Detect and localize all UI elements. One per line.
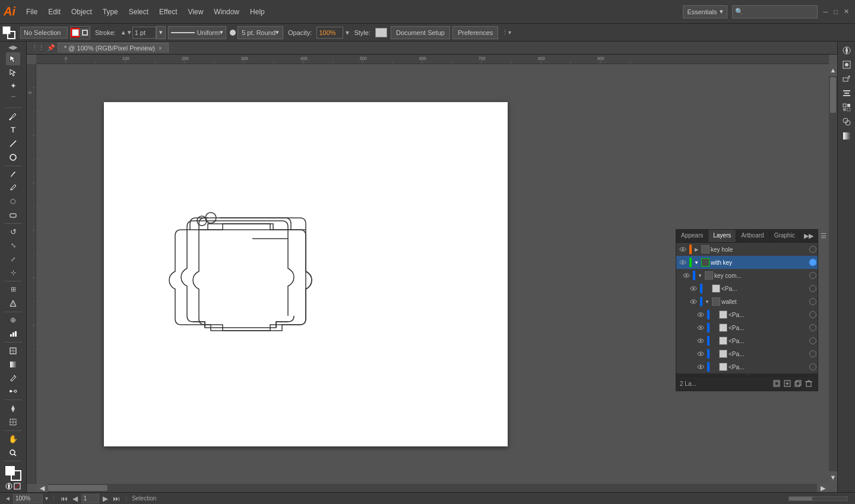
maximize-btn[interactable]: □ — [831, 8, 840, 15]
layer-row[interactable]: <Pa... — [676, 282, 818, 295]
tab-expand-icon[interactable]: ⋮⋮ — [31, 44, 45, 52]
scroll-down-btn[interactable]: ▼ — [829, 471, 837, 483]
visibility-toggle[interactable] — [681, 270, 692, 281]
scale-tool-btn[interactable]: ⤡ — [6, 239, 20, 252]
line-tool-btn[interactable] — [6, 137, 20, 150]
align-panel-icon[interactable] — [840, 87, 853, 100]
appears-tab[interactable]: Appears — [676, 230, 708, 242]
direct-selection-tool-btn[interactable] — [6, 66, 20, 79]
artboard-tab[interactable]: Artboard — [736, 230, 769, 242]
visibility-toggle[interactable] — [695, 335, 706, 346]
panel-more-btn[interactable]: ▶▶ — [800, 230, 817, 242]
menu-type[interactable]: Type — [98, 5, 123, 18]
gradient-panel-icon[interactable] — [840, 129, 853, 142]
eyedropper-tool-btn[interactable] — [6, 372, 20, 385]
layer-row[interactable]: ▶ key hole — [676, 243, 818, 256]
target-circle[interactable] — [809, 285, 816, 292]
delete-layer-btn[interactable] — [803, 378, 814, 389]
gradient-tool-btn[interactable] — [6, 358, 20, 371]
extra-dropdown[interactable]: ▾ — [508, 29, 511, 36]
expand-icon[interactable]: ▼ — [704, 298, 711, 305]
scroll-thumb-h[interactable] — [48, 485, 107, 491]
nav-next-btn[interactable]: ▶ — [102, 495, 109, 503]
layers-tab[interactable]: Layers — [708, 230, 736, 242]
none-mode-icon[interactable] — [14, 483, 21, 490]
horizontal-scrollbar[interactable]: ◀ ▶ — [36, 484, 829, 492]
layer-row[interactable]: <Pa... — [676, 334, 818, 347]
expand-icon[interactable]: ▶ — [693, 246, 700, 253]
nav-last-btn[interactable]: ⏭ — [112, 495, 121, 503]
color-mode-icon[interactable] — [5, 483, 12, 490]
warp-tool-btn[interactable]: ⤢ — [6, 252, 20, 265]
menu-window[interactable]: Window — [209, 5, 244, 18]
canvas-area[interactable]: ⋮⋮ 📌 * @ 100% (RGB/Pixel Preview) × 0 10… — [27, 42, 837, 492]
essentials-dropdown[interactable]: Essentials ▾ — [683, 5, 727, 18]
artboard-prev-icon[interactable]: ◄ — [5, 495, 11, 502]
slice-tool-btn[interactable] — [6, 416, 20, 429]
transform-panel-icon[interactable] — [840, 72, 853, 85]
target-circle[interactable] — [809, 246, 816, 253]
expand-icon[interactable]: ▼ — [696, 272, 704, 279]
visibility-toggle[interactable] — [695, 322, 706, 333]
rotate-tool-btn[interactable]: ↺ — [6, 226, 20, 239]
blob-brush-tool-btn[interactable]: ⬡ — [6, 195, 20, 208]
close-btn[interactable]: ✕ — [841, 8, 851, 15]
tab-close-btn[interactable]: × — [159, 45, 162, 52]
target-circle[interactable] — [809, 363, 816, 370]
target-circle[interactable] — [809, 259, 816, 266]
target-circle[interactable] — [809, 311, 816, 318]
eraser-tool-btn[interactable] — [6, 208, 20, 221]
stroke-color[interactable] — [7, 31, 15, 39]
menu-view[interactable]: View — [183, 5, 208, 18]
target-circle[interactable] — [809, 350, 816, 357]
layer-row[interactable]: ▼ with key — [676, 256, 818, 269]
visibility-toggle[interactable] — [695, 309, 706, 320]
perspective-grid-tool-btn[interactable] — [6, 297, 20, 310]
document-tab[interactable]: * @ 100% (RGB/Pixel Preview) × — [58, 43, 169, 53]
artboard[interactable] — [104, 102, 508, 446]
extra-icon[interactable]: ⋮ — [502, 28, 508, 36]
column-graph-tool-btn[interactable] — [6, 327, 20, 340]
menu-help[interactable]: Help — [245, 5, 270, 18]
layer-row[interactable]: <Pa... — [676, 321, 818, 334]
menu-object[interactable]: Object — [66, 5, 97, 18]
panel-menu-btn[interactable]: ☰ — [817, 230, 830, 242]
target-circle[interactable] — [809, 298, 816, 305]
magic-wand-tool-btn[interactable]: ✦ — [6, 80, 20, 93]
layer-row[interactable]: <Pa... — [676, 308, 818, 321]
panel-toggle[interactable]: ◀▶ — [8, 44, 18, 50]
menu-edit[interactable]: Edit — [43, 5, 65, 18]
vertical-scrollbar[interactable]: ▲ ▼ — [829, 64, 837, 483]
extra-options[interactable]: ⋮ ▾ — [502, 26, 511, 39]
visibility-toggle[interactable] — [688, 296, 699, 307]
stroke-dropdown[interactable]: ▾ — [156, 26, 166, 39]
stroke-value-input[interactable] — [132, 27, 156, 39]
mesh-tool-btn[interactable] — [6, 344, 20, 357]
free-transform-tool-btn[interactable]: ⊹ — [6, 266, 20, 279]
visibility-toggle[interactable] — [688, 283, 699, 294]
lasso-tool-btn[interactable]: ⌒ — [6, 93, 20, 106]
scroll-left-btn[interactable]: ◀ — [36, 484, 48, 492]
appearance-panel-icon[interactable] — [840, 101, 853, 114]
pen-tool-btn[interactable] — [6, 110, 20, 123]
stroke-down[interactable]: ▼ — [126, 29, 132, 36]
search-box[interactable]: 🔍 — [732, 5, 818, 18]
visibility-toggle[interactable] — [695, 362, 706, 372]
pathfinder-panel-icon[interactable] — [840, 115, 853, 128]
layer-row[interactable]: <Pa... — [676, 347, 818, 360]
visibility-toggle[interactable] — [677, 257, 688, 268]
scroll-right-btn[interactable]: ▶ — [817, 484, 829, 492]
opacity-input[interactable] — [316, 27, 343, 39]
target-circle[interactable] — [809, 272, 816, 279]
visibility-toggle[interactable] — [677, 244, 688, 255]
symbol-sprayer-tool-btn[interactable]: ⊕ — [6, 313, 20, 327]
style-panel-icon[interactable] — [840, 58, 853, 71]
fill-stroke-bottom[interactable] — [5, 465, 21, 480]
color-panel-icon[interactable] — [840, 44, 853, 57]
nav-prev-btn[interactable]: ◀ — [71, 495, 79, 503]
stroke-square-indicator[interactable] — [80, 28, 90, 37]
preferences-btn[interactable]: Preferences — [452, 26, 498, 39]
scroll-thumb-v[interactable] — [830, 77, 836, 113]
layer-row[interactable]: ▼ wallet — [676, 295, 818, 308]
menu-file[interactable]: File — [21, 5, 42, 18]
